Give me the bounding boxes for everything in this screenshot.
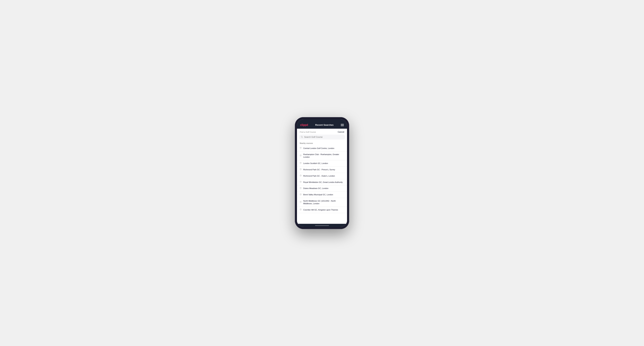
list-item[interactable]: Royal Wimbledon GC, Great London Authori… — [297, 179, 347, 185]
location-pin-icon — [300, 155, 302, 157]
course-name: Coombe Hill GC, Kingston upon Thames — [303, 209, 338, 211]
find-label: Find a Golf Course — [300, 131, 316, 133]
phone-screen: clippd Recent Searches Find a Golf Cours… — [297, 119, 347, 227]
svg-point-8 — [300, 194, 301, 194]
location-pin-icon — [300, 181, 302, 183]
phone-device: clippd Recent Searches Find a Golf Cours… — [295, 117, 349, 229]
page-title: Recent Searches — [315, 124, 334, 126]
content-area: Find a Golf Course Cancel Nearby courses… — [297, 129, 347, 224]
location-pin-icon — [300, 175, 302, 177]
list-item[interactable]: London Scottish GC, London — [297, 160, 347, 167]
list-item[interactable]: Richmond Park GC - Duke's, London — [297, 173, 347, 179]
menu-icon[interactable] — [341, 124, 344, 126]
svg-point-7 — [300, 188, 301, 188]
location-pin-icon — [300, 193, 302, 196]
svg-point-6 — [300, 181, 301, 182]
list-item[interactable]: Central London Golf Centre, London — [297, 145, 347, 152]
location-pin-icon — [300, 187, 302, 190]
list-item[interactable]: Dukes Meadows GC, London — [297, 185, 347, 192]
svg-point-4 — [300, 169, 301, 170]
course-name: Brent Valley Municipal GC, London — [303, 193, 333, 196]
list-item[interactable]: North Middlesex GC (1011942 - North Midd… — [297, 198, 347, 207]
svg-point-5 — [300, 175, 301, 176]
course-name: London Scottish GC, London — [303, 162, 328, 165]
course-name: Central London Golf Centre, London — [303, 147, 334, 150]
svg-point-3 — [300, 163, 301, 163]
search-input[interactable] — [304, 136, 343, 138]
nearby-label: Nearby courses — [297, 141, 347, 145]
location-pin-icon — [300, 147, 302, 150]
list-item[interactable]: Brent Valley Municipal GC, London — [297, 192, 347, 198]
list-item[interactable]: Richmond Park GC - Prince's, Surrey — [297, 167, 347, 173]
location-pin-icon — [300, 162, 302, 165]
course-name: Richmond Park GC - Prince's, Surrey — [303, 168, 335, 171]
location-pin-icon — [300, 201, 302, 203]
course-name: Richmond Park GC - Duke's, London — [303, 175, 335, 177]
svg-point-1 — [300, 148, 301, 148]
app-logo: clippd — [300, 123, 308, 127]
location-pin-icon — [300, 209, 302, 211]
course-name: Roehampton Club - Roehampton, Greater Lo… — [303, 153, 344, 159]
location-pin-icon — [300, 168, 302, 171]
svg-point-2 — [300, 155, 301, 156]
course-list: Central London Golf Centre, London Roeha… — [297, 145, 347, 224]
course-name: Royal Wimbledon GC, Great London Authori… — [303, 181, 343, 183]
list-item[interactable]: Roehampton Club - Roehampton, Greater Lo… — [297, 152, 347, 160]
course-name: North Middlesex GC (1011942 - North Midd… — [303, 200, 344, 205]
search-bar[interactable] — [299, 135, 345, 140]
list-item[interactable]: Coombe Hill GC, Kingston upon Thames — [297, 207, 347, 213]
cancel-button[interactable]: Cancel — [338, 131, 344, 133]
course-name: Dukes Meadows GC, London — [303, 187, 328, 190]
home-indicator — [297, 224, 347, 227]
svg-point-9 — [300, 202, 301, 202]
app-header: clippd Recent Searches — [297, 122, 347, 129]
search-icon — [301, 136, 303, 138]
find-header: Find a Golf Course Cancel — [297, 129, 347, 135]
status-bar — [297, 119, 347, 122]
svg-point-10 — [300, 209, 301, 210]
home-bar — [315, 225, 329, 226]
